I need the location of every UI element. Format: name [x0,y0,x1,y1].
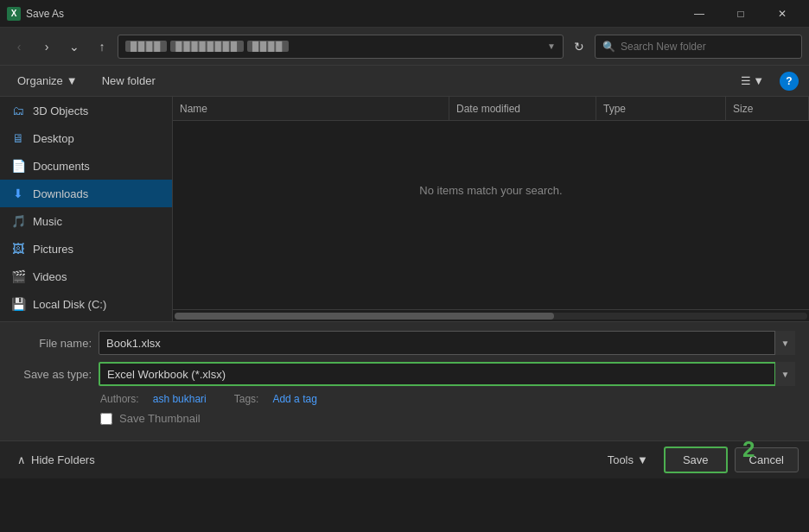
sidebar-item-music[interactable]: 🎵 Music [0,207,172,235]
maximize-button[interactable]: □ [721,0,761,28]
app-icon: X [7,7,21,21]
hide-folders-label: Hide Folders [31,453,95,466]
sidebar-item-local-disk[interactable]: 💾 Local Disk (C:) [0,290,172,318]
music-icon: 🎵 [10,213,26,229]
sidebar-label-downloads: Downloads [33,187,88,200]
3d-objects-icon: 🗂 [10,103,26,118]
tools-label: Tools [608,453,634,466]
savetype-dropdown-button[interactable]: ▼ [774,362,795,386]
window-title: Save As [26,8,679,20]
hide-folders-button[interactable]: ∧ Hide Folders [10,450,102,470]
up-button[interactable]: ↑ [90,35,114,59]
column-header-name[interactable]: Name [173,97,449,120]
meta-row: Authors: ash bukhari Tags: Add a tag [14,393,795,405]
sidebar-item-downloads[interactable]: ⬇ Downloads [0,180,172,207]
cancel-button[interactable]: Cancel [735,447,799,472]
sidebar-item-videos[interactable]: 🎬 Videos [0,263,172,290]
sidebar-label-3d-objects: 3D Objects [33,104,88,117]
sidebar-label-local-disk: Local Disk (C:) [33,298,106,311]
documents-icon: 📄 [10,158,26,174]
local-disk-icon: 💾 [10,296,26,312]
sidebar-item-new-volume[interactable]: 💿 New Volume (D:) [0,318,172,321]
tools-dropdown-arrow: ▼ [637,453,648,466]
sidebar-label-pictures: Pictures [33,243,73,256]
filename-dropdown-button[interactable]: ▼ [774,331,795,355]
chevron-up-icon: ∧ [17,453,26,466]
view-button[interactable]: ☰ ▼ [736,71,769,91]
sidebar-label-desktop: Desktop [33,132,74,145]
sidebar-item-documents[interactable]: 📄 Documents [0,152,172,180]
path-bar[interactable]: ████ ████████ ████ ▼ [118,35,564,59]
search-box[interactable]: 🔍 [595,35,802,59]
tools-button[interactable]: Tools ▼ [599,448,657,472]
new-folder-button[interactable]: New folder [95,71,162,91]
pictures-icon: 🖼 [10,241,26,256]
column-header-type[interactable]: Type [596,97,726,120]
authors-value[interactable]: ash bukhari [153,393,207,405]
path-dropdown-arrow: ▼ [547,41,556,51]
main-content: 🗂 3D Objects 🖥 Desktop 📄 Documents ⬇ Dow… [0,97,809,321]
save-thumbnail-label: Save Thumbnail [119,412,201,425]
title-bar: X Save As — □ ✕ [0,0,809,28]
forward-button[interactable]: › [35,35,59,59]
savetype-input-container: Excel Workbook (*.xlsx) ▼ [99,362,795,386]
no-items-message: No items match your search. [173,121,809,259]
videos-icon: 🎬 [10,269,26,284]
save-button[interactable]: Save [664,446,728,473]
file-list[interactable]: No items match your search. [173,121,809,309]
refresh-button[interactable]: ↻ [567,35,591,59]
savetype-row: Save as type: Excel Workbook (*.xlsx) ▼ … [14,362,795,386]
desktop-icon: 🖥 [10,130,26,146]
path-segment-3: ████ [247,41,289,52]
view-dropdown-arrow: ▼ [753,74,764,87]
column-header-date[interactable]: Date modified [449,97,596,120]
organize-button[interactable]: Organize ▼ [10,71,85,91]
filename-label: File name: [14,337,92,350]
path-segment-1: ████ [125,41,167,52]
sidebar-label-videos: Videos [33,270,67,283]
filename-input[interactable] [99,331,795,355]
authors-label: Authors: [100,393,139,405]
bottom-form: File name: ▼ Save as type: Excel Workboo… [0,321,809,440]
search-input[interactable] [621,41,794,53]
search-icon: 🔍 [602,41,615,53]
navigation-bar: ‹ › ⌄ ↑ ████ ████████ ████ ▼ ↻ 🔍 [0,28,809,66]
scrollbar-thumb [175,313,554,320]
view-icon: ☰ [741,74,751,87]
back-button[interactable]: ‹ [7,35,31,59]
file-list-header: Name Date modified Type Size [173,97,809,121]
thumbnail-row: Save Thumbnail [14,412,795,425]
sidebar-label-documents: Documents [33,160,90,173]
minimize-button[interactable]: — [679,0,719,28]
filename-row: File name: ▼ [14,331,795,355]
tags-value[interactable]: Add a tag [272,393,316,405]
footer: ∧ Hide Folders Tools ▼ Save 2 Cancel [0,440,809,478]
savetype-select[interactable]: Excel Workbook (*.xlsx) [99,362,795,386]
organize-arrow: ▼ [67,74,78,87]
save-thumbnail-checkbox[interactable] [100,413,112,425]
tags-label: Tags: [234,393,259,405]
window-controls: — □ ✕ [679,0,802,28]
dropdown-button[interactable]: ⌄ [62,35,86,59]
close-button[interactable]: ✕ [762,0,802,28]
horizontal-scrollbar[interactable] [173,309,809,321]
path-segment-2: ████████ [170,41,244,52]
scrollbar-track [175,313,807,320]
organize-label: Organize [17,74,63,87]
toolbar: Organize ▼ New folder ☰ ▼ ? [0,66,809,97]
save-button-wrapper: Save 2 [664,446,728,473]
filename-input-container: ▼ [99,331,795,355]
column-header-size[interactable]: Size [726,97,809,120]
downloads-icon: ⬇ [10,186,26,201]
sidebar-item-desktop[interactable]: 🖥 Desktop [0,124,172,152]
savetype-label: Save as type: [14,368,92,381]
help-button[interactable]: ? [780,72,799,91]
file-panel: Name Date modified Type Size No items ma… [173,97,809,321]
sidebar-label-music: Music [33,215,62,228]
sidebar: 🗂 3D Objects 🖥 Desktop 📄 Documents ⬇ Dow… [0,97,173,321]
footer-tools-group: Tools ▼ Save 2 Cancel [599,446,799,473]
sidebar-item-3d-objects[interactable]: 🗂 3D Objects [0,97,172,124]
sidebar-item-pictures[interactable]: 🖼 Pictures [0,235,172,263]
